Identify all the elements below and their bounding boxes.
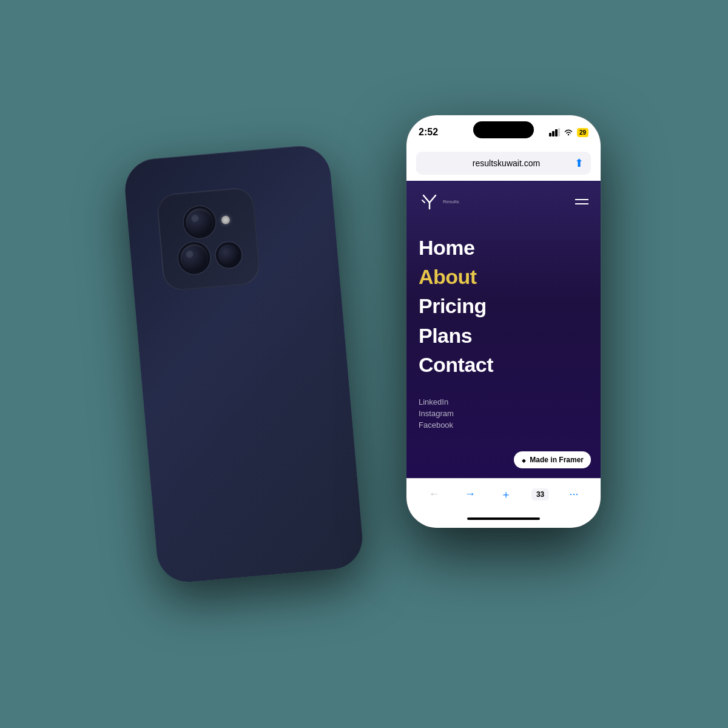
svg-rect-2: [555, 129, 558, 136]
more-button[interactable]: ···: [564, 485, 583, 503]
framer-label: Made in Framer: [530, 456, 584, 464]
svg-rect-0: [549, 133, 551, 136]
phone-front: 2:52 29: [406, 115, 601, 528]
add-tab-button[interactable]: ＋: [496, 485, 516, 504]
browser-chrome: resultskuwait.com ⬆: [406, 147, 601, 181]
nav-item-home[interactable]: Home: [419, 234, 588, 261]
wifi-icon: [564, 128, 573, 136]
status-icons: 29: [549, 128, 588, 137]
camera-lens-3: [215, 241, 243, 269]
url-bar[interactable]: resultskuwait.com ⬆: [416, 152, 591, 175]
nav-item-contact[interactable]: Contact: [419, 351, 588, 378]
svg-rect-1: [552, 131, 554, 136]
forward-button[interactable]: →: [460, 485, 480, 503]
social-link-linkedin[interactable]: LinkedIn: [419, 397, 454, 406]
home-bar: [467, 517, 540, 520]
nav-item-pricing[interactable]: Pricing: [419, 292, 588, 319]
logo-icon: [419, 190, 440, 212]
nav-item-plans[interactable]: Plans: [419, 322, 588, 349]
status-bar: 2:52 29: [406, 115, 601, 147]
social-links: LinkedIn Instagram Facebook: [419, 397, 454, 430]
battery-badge: 29: [577, 128, 588, 137]
camera-lens-1: [183, 205, 217, 239]
home-indicator: [406, 510, 601, 528]
nav-item-about[interactable]: About: [419, 263, 588, 290]
back-button[interactable]: ←: [424, 485, 445, 503]
website-content: Results Home About Pricing Plans Contact…: [406, 181, 601, 478]
site-nav: Results: [406, 181, 601, 222]
camera-flash: [221, 215, 230, 224]
camera-module: [156, 187, 261, 292]
phone-back: [123, 143, 365, 584]
status-time: 2:52: [419, 127, 438, 138]
logo-text: Results: [443, 199, 459, 204]
signal-icon: [549, 128, 560, 136]
svg-rect-3: [558, 128, 560, 136]
framer-icon: ⬥: [521, 455, 526, 465]
camera-lens-2: [177, 241, 211, 275]
nav-menu: Home About Pricing Plans Contact: [406, 222, 601, 390]
dynamic-island: [473, 121, 534, 138]
tabs-count[interactable]: 33: [531, 488, 549, 500]
url-text: resultskuwait.com: [438, 158, 575, 168]
hamburger-menu[interactable]: [575, 199, 588, 204]
social-link-instagram[interactable]: Instagram: [419, 409, 454, 418]
browser-bottom-bar: ← → ＋ 33 ···: [406, 478, 601, 510]
logo-svg: [420, 192, 439, 211]
hamburger-line-2: [575, 203, 588, 204]
framer-badge[interactable]: ⬥ Made in Framer: [514, 451, 591, 468]
site-logo: Results: [419, 190, 459, 212]
scene: 2:52 29: [91, 91, 637, 637]
share-icon[interactable]: ⬆: [575, 157, 584, 170]
social-link-facebook[interactable]: Facebook: [419, 420, 454, 430]
hamburger-line-1: [575, 199, 588, 200]
